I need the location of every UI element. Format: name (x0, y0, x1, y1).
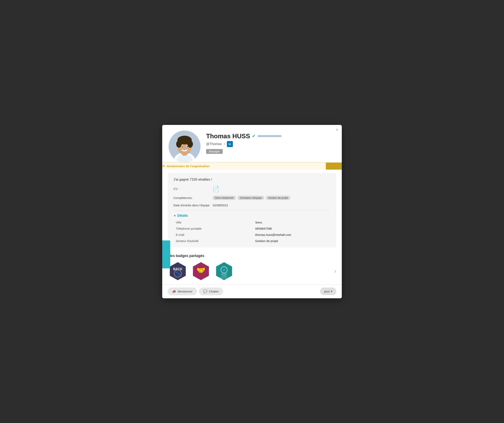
svg-text:New Relic: New Relic (221, 273, 227, 275)
org-bar (326, 163, 342, 169)
divider (173, 211, 331, 211)
org-banner: ⚙ Gestionnaire de l'organisation (162, 163, 342, 169)
badge-item-2[interactable]: ✓ New Relic Certified Performance Pro (214, 261, 234, 281)
chatter-button[interactable]: 💬 Chatter (199, 288, 223, 295)
details-toggle[interactable]: ▼ Détails (173, 214, 331, 218)
competences-row: Compétences : Sens relationnel Animation… (173, 196, 331, 200)
mention-label: Mentionner (178, 290, 192, 293)
svg-text:🤝: 🤝 (197, 266, 205, 275)
skill-tag-2: Gestion de projet (266, 196, 290, 200)
plus-button[interactable]: plus ▾ (320, 288, 336, 295)
date-label: Date d'entrée dans l'équipe (173, 204, 210, 207)
badge-item-0[interactable]: BACK 🐾 (168, 261, 188, 281)
secteur-value: Gestion de projet (255, 239, 331, 243)
separator-dot: ● (224, 143, 225, 145)
svg-point-6 (176, 140, 182, 148)
user-handle: @Thomas (206, 142, 222, 146)
profile-modal: × (162, 125, 342, 298)
role-badge-wrap: Manager (206, 149, 336, 156)
mention-icon: 📣 (172, 290, 176, 293)
plus-label: plus (324, 290, 330, 293)
chatter-label: Chatter (209, 290, 219, 293)
profile-header: Thomas HUSS ✔ @Thomas ● in Manager (162, 125, 342, 163)
profile-info: Thomas HUSS ✔ @Thomas ● in Manager (206, 131, 336, 156)
email-label: E-mail (176, 233, 251, 236)
whallies-text: J'ai gagné 7150 whallies ! (173, 178, 331, 181)
skill-tag-0: Sens relationnel (212, 196, 236, 200)
org-label: Gestionnaire de l'organisation (167, 164, 210, 168)
footer-actions: 📣 Mentionner 💬 Chatter plus ▾ (162, 284, 342, 298)
teal-accent (162, 241, 170, 268)
svg-point-7 (187, 140, 193, 148)
badges-section: Mes badges partagés BACK 🐾 🤝 (162, 251, 342, 284)
skill-tag-1: Animation d'équipe (237, 196, 264, 200)
email-value: thomas.huss@rewhall.com (255, 233, 331, 236)
badge-item-1[interactable]: 🤝 (191, 261, 211, 281)
competences-label: Compétences : (173, 196, 209, 199)
svg-text:BACK: BACK (173, 267, 183, 271)
verified-icon: ✔ (252, 133, 256, 139)
telephone-value: 0659847596 (255, 227, 331, 230)
role-badge: Manager (206, 149, 223, 154)
skills-container: Sens relationnel Animation d'équipe Gest… (212, 196, 290, 200)
telephone-label: Téléphone portable (176, 227, 251, 230)
svg-text:🐾: 🐾 (175, 271, 180, 276)
chatter-icon: 💬 (203, 290, 207, 293)
date-value: 01/09/2013 (213, 204, 228, 207)
mention-button[interactable]: 📣 Mentionner (168, 288, 197, 295)
cv-label: CV : (173, 187, 209, 191)
svg-text:✓: ✓ (223, 268, 225, 272)
cv-row: CV : 📄 (173, 186, 331, 192)
svg-text:Certified: Certified (222, 275, 227, 277)
date-row: Date d'entrée dans l'équipe 01/09/2013 (173, 204, 331, 207)
svg-point-11 (187, 146, 188, 147)
details-grid: Ville Sens Téléphone portable 0659847596… (173, 221, 331, 243)
org-icon: ⚙ (162, 164, 165, 168)
profile-name: Thomas HUSS (206, 133, 250, 140)
linkedin-icon[interactable]: in (227, 141, 233, 147)
name-bar (258, 135, 282, 137)
chevron-down-icon: ▾ (331, 290, 332, 293)
badges-row: BACK 🐾 🤝 ✓ New Relic Cer (168, 261, 336, 281)
svg-point-10 (182, 146, 183, 147)
ville-label: Ville (176, 221, 251, 224)
details-label: Détails (177, 214, 188, 218)
svg-text:Performance Pro: Performance Pro (219, 277, 229, 278)
handle-row: @Thomas ● in (206, 141, 336, 147)
secteur-label: Secteur d'activité (176, 239, 251, 243)
name-row: Thomas HUSS ✔ (206, 133, 336, 140)
content-card: J'ai gagné 7150 whallies ! CV : 📄 Compét… (168, 173, 336, 248)
ville-value: Sens (255, 221, 331, 224)
cv-icon[interactable]: 📄 (212, 186, 219, 192)
chevron-down-icon: ▼ (173, 214, 176, 217)
badges-title: Mes badges partagés (168, 254, 336, 258)
badges-next-icon[interactable]: › (334, 268, 336, 274)
avatar (168, 131, 201, 163)
